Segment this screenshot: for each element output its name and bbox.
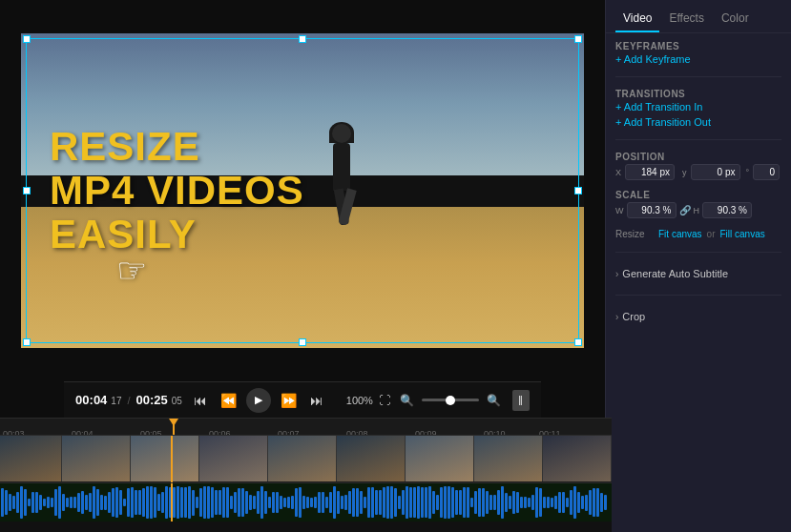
current-time: 00:04 — [75, 393, 107, 407]
video-canvas: RESIZE MP4 VIDEOS EASILY ☞ — [21, 33, 584, 348]
runner-figure — [313, 124, 370, 229]
ruler-mark-0: 00:03 — [3, 429, 25, 437]
zoom-level: 100% — [335, 395, 373, 406]
keyframes-section: Keyframes + Add Keyframe — [615, 41, 781, 65]
x-icon: X — [615, 168, 621, 177]
rewind-button[interactable]: ⏪ — [217, 391, 240, 410]
rotation-field[interactable]: 0 — [753, 164, 780, 180]
video-title-line3: EASILY — [50, 213, 304, 256]
divider-3 — [615, 252, 781, 253]
keyframes-label: Keyframes — [615, 41, 781, 51]
ruler-mark-7: 00:10 — [484, 429, 506, 437]
rotation-icon: ° — [746, 168, 750, 177]
handle-mr[interactable] — [574, 187, 582, 194]
position-x-field[interactable]: 184 px — [625, 164, 675, 180]
volume-button[interactable]: ‖ — [512, 390, 530, 411]
timeline-playhead[interactable] — [173, 419, 175, 435]
video-track[interactable] — [0, 436, 612, 483]
skip-end-button[interactable]: ⏭ — [306, 391, 327, 410]
zoom-slider[interactable] — [422, 399, 479, 401]
video-thumb-3 — [131, 436, 199, 481]
zoom-in-button[interactable]: 🔍 — [483, 392, 505, 409]
add-transition-out-button[interactable]: + Add Transition Out — [615, 116, 781, 128]
position-section: Position X 184 px y 0 px ° 0 — [615, 152, 781, 180]
scale-w-field[interactable]: 90.3 % — [627, 202, 677, 218]
playback-controls: ⏮ ⏪ ▶ ⏩ ⏭ — [190, 388, 327, 413]
tab-video[interactable]: Video — [615, 8, 659, 32]
time-display: 00:04 17 / 00:25 05 — [75, 393, 182, 407]
crop-chevron-icon: › — [615, 312, 618, 322]
crop-row[interactable]: › Crop — [615, 307, 781, 326]
cursor-hand: ☞ — [116, 251, 147, 291]
resize-row: Resize Fit canvas or Fill canvas — [615, 228, 781, 240]
video-thumb-2 — [62, 436, 131, 481]
total-frame: 05 — [172, 396, 182, 406]
divider-2 — [615, 139, 781, 140]
transitions-section: Transitions + Add Transition In + Add Tr… — [615, 89, 781, 128]
tab-effects[interactable]: Effects — [661, 8, 711, 32]
zoom-controls: 100% ⛶ 🔍 🔍 — [335, 392, 505, 409]
transitions-label: Transitions — [615, 89, 781, 99]
audio-playhead-overlay — [171, 483, 173, 522]
fullscreen-button[interactable]: ⛶ — [377, 392, 392, 409]
subtitle-chevron-icon: › — [615, 269, 618, 279]
resize-section: Resize Fit canvas or Fill canvas — [615, 228, 781, 240]
track-playhead-overlay — [171, 436, 173, 482]
video-title-line1: RESIZE — [50, 125, 304, 169]
or-text: or — [707, 229, 716, 239]
play-button[interactable]: ▶ — [246, 388, 271, 413]
add-keyframe-button[interactable]: + Add Keyframe — [615, 53, 781, 65]
ruler-mark-4: 00:07 — [278, 429, 300, 437]
ruler-mark-3: 00:06 — [209, 429, 231, 437]
generate-subtitle-row[interactable]: › Generate Auto Subtitle — [615, 264, 781, 283]
ruler-mark-2: 00:05 — [140, 429, 162, 437]
tab-color[interactable]: Color — [714, 8, 757, 32]
add-transition-in-button[interactable]: + Add Transition In — [615, 101, 781, 113]
panel-tabs: Video Effects Color — [606, 0, 791, 33]
ruler-mark-6: 00:09 — [415, 429, 437, 437]
current-frame: 17 — [111, 396, 121, 406]
scale-section: Scale W 90.3 % 🔗 H 90.3 % — [615, 190, 781, 218]
panel-content: Keyframes + Add Keyframe Transitions + A… — [606, 33, 791, 334]
crop-label: Crop — [622, 311, 645, 322]
video-title-line2: MP4 VIDEOS — [50, 169, 304, 213]
timeline-ruler: 00:03 00:04 00:05 00:06 00:07 00:08 00:0… — [0, 419, 612, 436]
timeline-tracks — [0, 436, 612, 532]
video-thumb-8 — [474, 436, 543, 481]
total-time: 00:25 — [136, 393, 168, 407]
fill-canvas-button[interactable]: Fill canvas — [718, 228, 765, 240]
zoom-out-button[interactable]: 🔍 — [396, 392, 418, 409]
skip-start-button[interactable]: ⏮ — [190, 391, 211, 410]
right-panel: Video Effects Color Keyframes + Add Keyf… — [605, 0, 791, 532]
video-thumb-7 — [406, 436, 474, 481]
waveform — [0, 483, 612, 522]
video-thumb-6 — [337, 436, 406, 481]
y-icon: y — [682, 168, 687, 177]
scale-h-field[interactable]: 90.3 % — [702, 202, 752, 218]
video-thumb-9 — [543, 436, 612, 481]
position-row: X 184 px y 0 px ° 0 — [615, 164, 781, 180]
video-thumb-4 — [199, 436, 268, 481]
generate-subtitle-label: Generate Auto Subtitle — [622, 268, 728, 279]
h-icon: H — [694, 206, 700, 215]
handle-ml[interactable] — [23, 187, 31, 194]
scale-label: Scale — [615, 190, 781, 200]
link-icon[interactable]: 🔗 — [679, 205, 691, 215]
timeline-section: 00:03 00:04 00:05 00:06 00:07 00:08 00:0… — [0, 418, 612, 532]
resize-label: Resize — [615, 229, 654, 239]
ruler-mark-1: 00:04 — [72, 429, 94, 437]
video-thumb-5 — [268, 436, 337, 481]
playback-bar: 00:04 17 / 00:25 05 ⏮ ⏪ ▶ ⏩ ⏭ 100% ⛶ 🔍 — [64, 381, 541, 418]
position-label: Position — [615, 152, 781, 162]
fast-forward-button[interactable]: ⏩ — [277, 391, 301, 410]
divider-1 — [615, 76, 781, 77]
audio-track[interactable] — [0, 483, 612, 522]
position-y-field[interactable]: 0 px — [691, 164, 740, 180]
ruler-mark-8: 00:11 — [539, 429, 561, 437]
w-icon: W — [615, 206, 624, 215]
video-text-overlay: RESIZE MP4 VIDEOS EASILY — [50, 125, 304, 257]
video-thumb-1 — [0, 436, 62, 481]
fit-canvas-button[interactable]: Fit canvas — [657, 228, 703, 240]
ruler-mark-5: 00:08 — [346, 429, 368, 437]
divider-4 — [615, 295, 781, 296]
